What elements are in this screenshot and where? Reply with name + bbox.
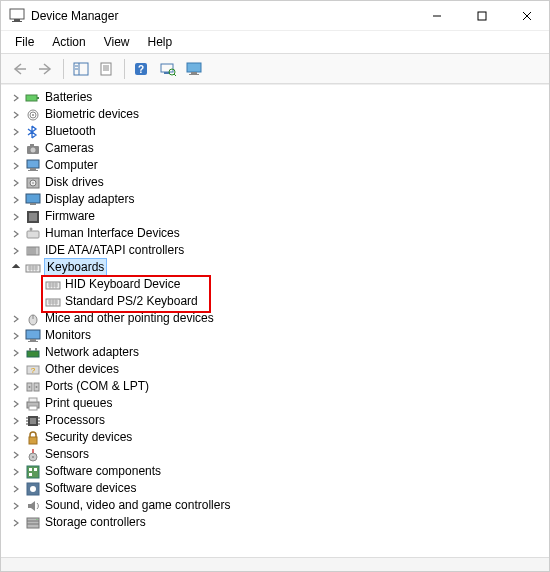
window-titlebar: Device Manager (1, 1, 549, 31)
tree-item-storage[interactable]: Storage controllers (9, 514, 549, 531)
tree-item-sound[interactable]: Sound, video and game controllers (9, 497, 549, 514)
tree-item-other[interactable]: ?Other devices (9, 361, 549, 378)
chevron-right-icon[interactable] (11, 110, 21, 120)
menu-view[interactable]: View (96, 33, 138, 51)
chevron-right-icon[interactable] (11, 450, 21, 460)
tree-item-label: Software devices (45, 480, 136, 497)
chevron-right-icon[interactable] (11, 161, 21, 171)
tree-item-label: Bluetooth (45, 123, 96, 140)
close-button[interactable] (504, 1, 549, 30)
menu-action[interactable]: Action (44, 33, 93, 51)
properties-button[interactable] (96, 58, 118, 80)
show-hide-tree-button[interactable] (70, 58, 92, 80)
maximize-button[interactable] (459, 1, 504, 30)
toolbar-separator (63, 59, 64, 79)
tree-item-label: Standard PS/2 Keyboard (65, 293, 198, 310)
forward-button[interactable] (35, 58, 57, 80)
tree-item-label: Display adapters (45, 191, 134, 208)
svg-rect-26 (26, 95, 37, 101)
tree-item-label: Mice and other pointing devices (45, 310, 214, 327)
tree-item-label: Biometric devices (45, 106, 139, 123)
svg-rect-27 (37, 97, 39, 99)
svg-text:?: ? (31, 366, 36, 375)
monitor-button[interactable] (183, 58, 205, 80)
svg-point-32 (31, 147, 36, 152)
chevron-right-icon[interactable] (11, 501, 21, 511)
chevron-right-icon[interactable] (11, 127, 21, 137)
svg-rect-23 (187, 63, 201, 72)
battery-icon (25, 90, 41, 106)
help-button[interactable]: ? (131, 58, 153, 80)
tree-item-keyboard[interactable]: Keyboards (9, 259, 549, 276)
chevron-right-icon[interactable] (11, 416, 21, 426)
storage-icon (25, 515, 41, 531)
chevron-right-icon[interactable] (11, 484, 21, 494)
tree-item-ports[interactable]: Ports (COM & LPT) (9, 378, 549, 395)
tree-item-disk[interactable]: Disk drives (9, 174, 549, 191)
tree-child-item[interactable]: Standard PS/2 Keyboard (29, 293, 549, 310)
tree-item-monitor[interactable]: Monitors (9, 327, 549, 344)
tree-item-fingerprint[interactable]: Biometric devices (9, 106, 549, 123)
svg-text:?: ? (138, 64, 144, 75)
tree-item-label: Monitors (45, 327, 91, 344)
tree-item-bluetooth[interactable]: Bluetooth (9, 123, 549, 140)
device-tree-panel[interactable]: BatteriesBiometric devicesBluetoothCamer… (1, 84, 549, 557)
chevron-right-icon[interactable] (11, 314, 21, 324)
chevron-right-icon[interactable] (11, 246, 21, 256)
chevron-down-icon[interactable] (11, 263, 21, 273)
tree-item-hid[interactable]: Human Interface Devices (9, 225, 549, 242)
tree-item-computer[interactable]: Computer (9, 157, 549, 174)
svg-rect-74 (28, 341, 38, 342)
chevron-right-icon[interactable] (11, 382, 21, 392)
chevron-right-icon[interactable] (11, 433, 21, 443)
tree-item-firmware[interactable]: Firmware (9, 208, 549, 225)
tree-item-processor[interactable]: Processors (9, 412, 549, 429)
tree-item-ide[interactable]: IDE ATA/ATAPI controllers (9, 242, 549, 259)
chevron-right-icon[interactable] (11, 229, 21, 239)
tree-item-camera[interactable]: Cameras (9, 140, 549, 157)
svg-rect-75 (27, 351, 39, 357)
tree-item-label: Human Interface Devices (45, 225, 180, 242)
tree-child-item[interactable]: HID Keyboard Device (29, 276, 549, 293)
tree-item-mouse[interactable]: Mice and other pointing devices (9, 310, 549, 327)
svg-point-108 (36, 518, 37, 519)
chevron-right-icon[interactable] (11, 365, 21, 375)
tree-item-printer[interactable]: Print queues (9, 395, 549, 412)
tree-item-label: Keyboards (45, 259, 106, 276)
chevron-right-icon[interactable] (11, 518, 21, 528)
svg-rect-1 (14, 19, 20, 21)
tree-item-sensor[interactable]: Sensors (9, 446, 549, 463)
tree-item-software-dev[interactable]: Software devices (9, 480, 549, 497)
tree-item-label: IDE ATA/ATAPI controllers (45, 242, 184, 259)
svg-rect-0 (10, 9, 24, 19)
tree-item-label: Batteries (45, 89, 92, 106)
other-icon: ? (25, 362, 41, 378)
chevron-right-icon[interactable] (11, 399, 21, 409)
menu-help[interactable]: Help (140, 33, 181, 51)
ide-icon (25, 243, 41, 259)
tree-item-display[interactable]: Display adapters (9, 191, 549, 208)
svg-rect-40 (26, 194, 40, 203)
tree-item-network[interactable]: Network adapters (9, 344, 549, 361)
svg-rect-85 (29, 398, 37, 402)
chevron-right-icon[interactable] (11, 348, 21, 358)
svg-point-39 (32, 182, 34, 184)
chevron-right-icon[interactable] (11, 467, 21, 477)
tree-item-battery[interactable]: Batteries (9, 89, 549, 106)
back-button[interactable] (9, 58, 31, 80)
chevron-right-icon[interactable] (11, 195, 21, 205)
minimize-button[interactable] (414, 1, 459, 30)
svg-rect-101 (34, 468, 37, 471)
tree-item-label: Disk drives (45, 174, 104, 191)
tree-item-software[interactable]: Software components (9, 463, 549, 480)
menu-file[interactable]: File (7, 33, 42, 51)
scan-hardware-button[interactable] (157, 58, 179, 80)
chevron-right-icon[interactable] (11, 331, 21, 341)
chevron-right-icon[interactable] (11, 212, 21, 222)
monitor-icon (25, 328, 41, 344)
chevron-right-icon[interactable] (11, 93, 21, 103)
chevron-right-icon[interactable] (11, 178, 21, 188)
tree-item-security[interactable]: Security devices (9, 429, 549, 446)
processor-icon (25, 413, 41, 429)
chevron-right-icon[interactable] (11, 144, 21, 154)
